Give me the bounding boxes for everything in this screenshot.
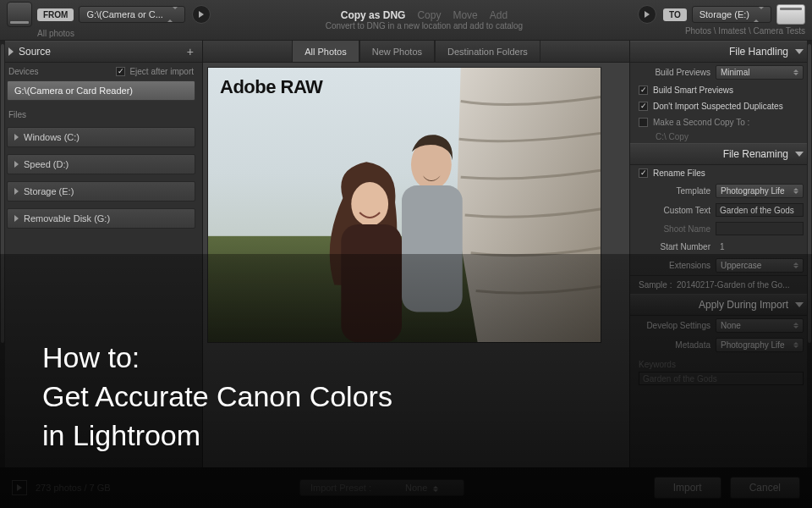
import-button[interactable]: Import <box>654 477 721 499</box>
devices-subhead: Devices Eject after import <box>0 63 202 80</box>
devices-label: Devices <box>8 67 39 76</box>
apply-title: Apply During Import <box>699 299 788 311</box>
shoot-name-row: Shoot Name <box>630 219 812 238</box>
second-copy-checkbox[interactable] <box>639 118 648 127</box>
center-tabs: All Photos New Photos Destination Folder… <box>203 41 629 63</box>
eject-checkbox[interactable] <box>116 67 125 76</box>
collapse-icon <box>795 49 804 54</box>
from-path-text: G:\(Camera or C... <box>86 9 162 19</box>
custom-text-row: Custom Text <box>630 201 812 219</box>
to-badge: TO <box>663 8 687 21</box>
selected-device[interactable]: G:\(Camera or Card Reader) <box>7 80 195 101</box>
to-subtext: Photos \ Imatest \ Camera Tests <box>685 26 805 36</box>
custom-text-input[interactable] <box>716 203 804 217</box>
left-panel: Source + Devices Eject after import G:\(… <box>0 41 203 467</box>
build-previews-select[interactable]: Minimal <box>716 65 804 80</box>
from-path-select[interactable]: G:\(Camera or C... <box>79 6 184 23</box>
no-duplicates-row[interactable]: Don't Import Suspected Duplicates <box>630 98 812 114</box>
template-select[interactable]: Photography Life <box>716 184 804 198</box>
mode-move[interactable]: Move <box>453 9 477 21</box>
file-renaming-header[interactable]: File Renaming <box>630 143 812 165</box>
file-handling-title: File Handling <box>729 46 788 58</box>
mode-copy-dng[interactable]: Copy as DNG <box>341 9 406 21</box>
drive-item[interactable]: Storage (E:) <box>7 181 195 202</box>
forward-arrow-icon[interactable] <box>192 5 211 24</box>
second-copy-path: C:\ Copy <box>630 130 812 143</box>
drive-icon <box>7 2 32 27</box>
start-number-row: Start Number1 <box>630 238 812 256</box>
chevron-right-icon <box>14 134 19 141</box>
photo-count-stat: 273 photos / 7 GB <box>36 483 111 493</box>
left-scrollbar[interactable] <box>0 41 5 467</box>
to-path-text: Storage (E:) <box>700 9 749 19</box>
center-panel: All Photos New Photos Destination Folder… <box>203 41 629 467</box>
from-subtext: All photos <box>37 29 217 38</box>
add-source-button[interactable]: + <box>187 45 194 58</box>
extensions-select[interactable]: Uppercase <box>716 258 804 273</box>
svg-point-4 <box>351 182 388 226</box>
source-location: FROM G:\(Camera or C... All photos <box>7 2 217 38</box>
cancel-button[interactable]: Cancel <box>730 477 800 499</box>
rename-files-checkbox[interactable] <box>639 168 648 178</box>
right-scrollbar[interactable] <box>807 41 812 467</box>
source-title: Source <box>19 46 51 58</box>
metadata-select[interactable]: Photography Life <box>716 338 804 352</box>
develop-settings-row: Develop SettingsNone <box>630 316 812 335</box>
mode-add[interactable]: Add <box>490 9 508 21</box>
shoot-name-input[interactable] <box>716 222 804 235</box>
smart-previews-row[interactable]: Build Smart Previews <box>630 82 812 98</box>
file-handling-header[interactable]: File Handling <box>630 41 812 63</box>
main-layout: Source + Devices Eject after import G:\(… <box>0 41 812 467</box>
keywords-input[interactable] <box>639 372 804 385</box>
mode-hint: Convert to DNG in a new location and add… <box>326 21 523 30</box>
rename-files-row[interactable]: Rename Files <box>630 165 812 181</box>
sample-row: Sample : 20140217-Garden of the Go... <box>630 275 812 294</box>
svg-rect-5 <box>341 224 402 342</box>
smart-previews-checkbox[interactable] <box>639 86 648 95</box>
chevron-right-icon <box>14 215 19 222</box>
keywords-label-row: Keywords <box>630 355 812 372</box>
extensions-row: ExtensionsUppercase <box>630 256 812 275</box>
files-label: Files <box>8 110 26 119</box>
collapse-icon <box>795 302 804 307</box>
build-previews-label: Build Previews <box>655 68 710 77</box>
mode-copy[interactable]: Copy <box>417 9 441 21</box>
play-button[interactable] <box>12 480 27 495</box>
hard-drive-icon <box>776 4 805 25</box>
source-panel-header[interactable]: Source + <box>0 41 202 63</box>
eject-checkbox-row[interactable]: Eject after import <box>116 67 194 76</box>
to-path-select[interactable]: Storage (E:) <box>692 6 771 23</box>
files-subhead: Files <box>0 106 202 124</box>
drive-item[interactable]: Windows (C:) <box>7 127 195 147</box>
from-badge: FROM <box>37 8 74 21</box>
preview-area: Adobe RAW <box>203 63 629 467</box>
no-duplicates-checkbox[interactable] <box>639 102 648 111</box>
eject-label: Eject after import <box>129 67 194 76</box>
drive-item[interactable]: Removable Disk (G:) <box>7 208 195 229</box>
chevron-right-icon <box>14 188 19 195</box>
file-renaming-title: File Renaming <box>723 148 788 160</box>
svg-rect-3 <box>402 185 463 312</box>
apply-during-import-header[interactable]: Apply During Import <box>630 294 812 316</box>
template-row: TemplatePhotography Life <box>630 181 812 201</box>
expand-icon <box>8 47 14 56</box>
preview-photo[interactable]: Adobe RAW <box>207 67 601 343</box>
photo-overlay-label: Adobe RAW <box>220 76 322 98</box>
collapse-icon <box>795 152 804 157</box>
import-preset-select[interactable]: Import Preset : None <box>299 479 465 496</box>
dest-arrow-icon[interactable] <box>638 5 656 24</box>
destination-location: TO Storage (E:) Photos \ Imatest \ Camer… <box>631 4 805 36</box>
bottom-bar: 273 photos / 7 GB Import Preset : None I… <box>0 467 812 508</box>
import-topbar: FROM G:\(Camera or C... All photos Copy … <box>0 0 812 41</box>
chevron-right-icon <box>14 161 19 168</box>
drive-item[interactable]: Speed (D:) <box>7 154 195 174</box>
develop-settings-select[interactable]: None <box>716 318 804 333</box>
right-panel: File Handling Build Previews Minimal Bui… <box>629 41 812 467</box>
tab-new-photos[interactable]: New Photos <box>359 41 435 62</box>
build-previews-row: Build Previews Minimal <box>630 63 812 82</box>
tab-destination-folders[interactable]: Destination Folders <box>435 41 540 62</box>
import-mode-selector: Copy as DNG Copy Move Add Convert to DNG… <box>217 9 631 30</box>
tab-all-photos[interactable]: All Photos <box>292 41 359 62</box>
metadata-row: MetadataPhotography Life <box>630 335 812 355</box>
second-copy-row[interactable]: Make a Second Copy To : <box>630 114 812 130</box>
